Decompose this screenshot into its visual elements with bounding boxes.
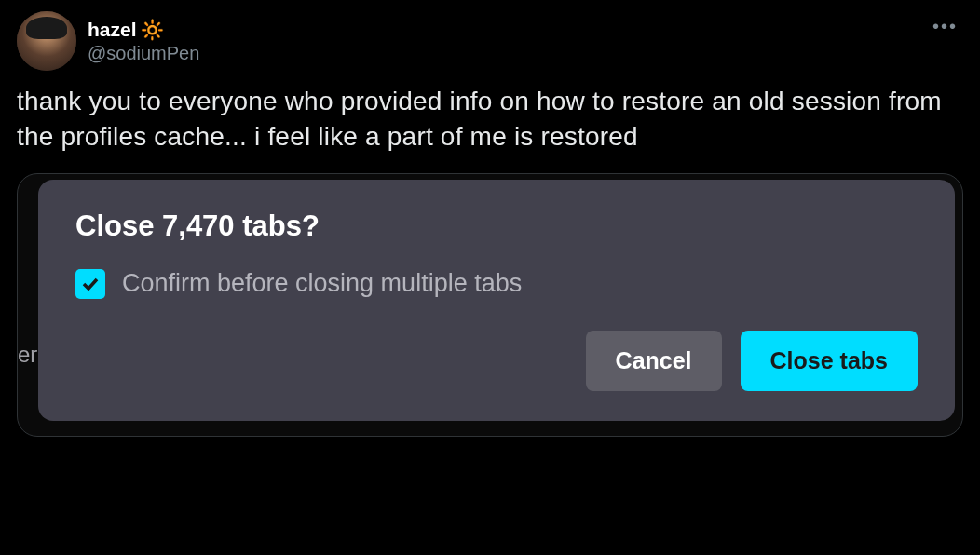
confirm-checkbox[interactable] (75, 269, 105, 299)
display-name-row[interactable]: hazel 🔆 (88, 19, 199, 41)
sun-icon: 🔆 (141, 19, 164, 41)
user-names: hazel 🔆 @sodiumPen (88, 19, 199, 64)
avatar-image (17, 11, 76, 71)
tweet-text: thank you to everyone who provided info … (17, 84, 963, 155)
more-menu-button[interactable]: ••• (927, 11, 963, 41)
tweet-attachment[interactable]: er o Close 7,470 tabs? Confirm before cl… (17, 173, 963, 437)
avatar[interactable] (17, 11, 76, 71)
checkbox-label: Confirm before closing multiple tabs (122, 269, 522, 298)
tweet-header: hazel 🔆 @sodiumPen ••• (17, 11, 963, 71)
confirm-checkbox-row[interactable]: Confirm before closing multiple tabs (75, 269, 918, 299)
display-name: hazel (88, 19, 137, 41)
checkmark-icon (81, 275, 100, 293)
close-tabs-dialog: Close 7,470 tabs? Confirm before closing… (38, 180, 955, 421)
cancel-button[interactable]: Cancel (586, 331, 722, 391)
dialog-button-row: Cancel Close tabs (75, 331, 918, 391)
close-tabs-button[interactable]: Close tabs (741, 331, 918, 391)
cropped-text-fragment: o (18, 435, 30, 437)
tweet-user-block[interactable]: hazel 🔆 @sodiumPen (17, 11, 199, 71)
cropped-text-fragment: er (18, 342, 37, 368)
dialog-title: Close 7,470 tabs? (75, 210, 918, 243)
user-handle[interactable]: @sodiumPen (88, 43, 199, 64)
